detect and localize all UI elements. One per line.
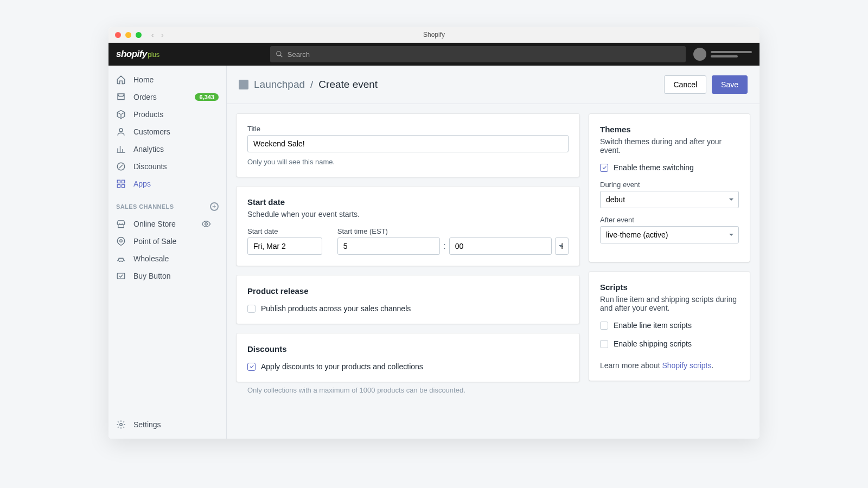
- after-event-label: After event: [600, 216, 739, 224]
- title-input[interactable]: [247, 135, 569, 152]
- svg-point-8: [205, 223, 208, 226]
- analytics-icon: [116, 144, 126, 154]
- sidebar-item-apps[interactable]: Apps: [108, 175, 226, 192]
- time-separator: :: [443, 241, 445, 251]
- start-minute-input[interactable]: [449, 237, 552, 255]
- enable-shipping-scripts-label: Enable shipping scripts: [614, 339, 692, 348]
- publish-products-checkbox[interactable]: [247, 305, 256, 313]
- discounts-card: Discounts Apply discounts to your produc…: [237, 333, 579, 382]
- main-content: Launchpad / Create event Cancel Save Tit…: [227, 66, 760, 439]
- enable-shipping-scripts-checkbox[interactable]: [600, 340, 608, 348]
- product-release-card: Product release Publish products across …: [237, 275, 579, 324]
- save-button[interactable]: Save: [712, 75, 748, 94]
- sidebar-item-settings[interactable]: Settings: [108, 416, 226, 433]
- orders-badge: 6,343: [195, 93, 219, 101]
- sidebar-item-label: Online Store: [133, 220, 176, 228]
- svg-rect-5: [122, 180, 125, 183]
- scripts-learn-more: Learn more about Shopify scripts.: [600, 361, 739, 370]
- start-hour-input[interactable]: [337, 237, 440, 255]
- sidebar-item-label: Wholesale: [133, 254, 169, 263]
- sidebar-item-label: Orders: [133, 93, 157, 101]
- start-time-label: Start time (EST): [337, 227, 569, 235]
- enable-line-item-scripts-checkbox[interactable]: [600, 322, 608, 330]
- orders-icon: [116, 92, 126, 102]
- sidebar-channel-pos[interactable]: Point of Sale: [108, 233, 226, 250]
- apps-icon: [116, 179, 126, 189]
- wholesale-icon: [116, 254, 126, 264]
- pos-icon: [116, 236, 126, 246]
- apply-discounts-checkbox[interactable]: [247, 363, 256, 371]
- sidebar-item-label: Point of Sale: [133, 237, 176, 246]
- page-header: Launchpad / Create event Cancel Save: [227, 66, 760, 104]
- sidebar-item-customers[interactable]: Customers: [108, 123, 226, 140]
- buy-button-icon: [116, 271, 126, 281]
- enable-theme-switching-label: Enable theme switching: [614, 163, 694, 172]
- enable-theme-switching-checkbox[interactable]: [600, 164, 608, 172]
- traffic-lights: [115, 32, 142, 38]
- during-event-label: During event: [600, 181, 739, 189]
- sidebar-item-discounts[interactable]: Discounts: [108, 158, 226, 175]
- avatar: [693, 48, 706, 61]
- svg-rect-4: [117, 180, 120, 183]
- add-channel-icon[interactable]: +: [210, 202, 219, 211]
- ampm-select[interactable]: [555, 237, 569, 255]
- svg-line-1: [280, 55, 283, 57]
- sidebar-channel-wholesale[interactable]: Wholesale: [108, 250, 226, 267]
- discounts-icon: [116, 162, 126, 171]
- shopify-scripts-link[interactable]: Shopify scripts: [662, 361, 711, 370]
- svg-rect-10: [117, 273, 125, 279]
- start-date-input[interactable]: [247, 237, 322, 255]
- discounts-note: Only collections with a maximum of 1000 …: [237, 386, 579, 394]
- svg-point-0: [277, 52, 281, 56]
- eye-icon[interactable]: [201, 219, 211, 229]
- title-help: Only you will see this name.: [247, 158, 569, 166]
- svg-point-9: [120, 240, 123, 242]
- sidebar-item-products[interactable]: Products: [108, 106, 226, 123]
- themes-heading: Themes: [600, 125, 739, 134]
- close-window-icon[interactable]: [115, 32, 121, 38]
- sidebar-item-orders[interactable]: Orders 6,343: [108, 88, 226, 106]
- launchpad-icon: [239, 80, 248, 89]
- svg-rect-7: [122, 185, 125, 188]
- minimize-window-icon[interactable]: [125, 32, 131, 38]
- scripts-card: Scripts Run line item and shipping scrip…: [589, 272, 750, 381]
- account-menu[interactable]: [693, 48, 752, 61]
- nav-arrows: ‹ ›: [151, 31, 164, 39]
- topbar: shopifyplus Search: [108, 43, 760, 66]
- sidebar-item-analytics[interactable]: Analytics: [108, 140, 226, 158]
- sidebar-item-label: Buy Button: [133, 272, 171, 280]
- sidebar-channel-online-store[interactable]: Online Store: [108, 215, 226, 233]
- during-event-select[interactable]: [600, 191, 739, 208]
- account-name-placeholder: [711, 51, 752, 57]
- breadcrumb-parent[interactable]: Launchpad: [254, 79, 305, 91]
- search-input[interactable]: Search: [270, 46, 686, 62]
- discounts-heading: Discounts: [247, 344, 569, 354]
- svg-rect-6: [117, 185, 120, 188]
- search-icon: [276, 50, 283, 58]
- after-event-select[interactable]: [600, 226, 739, 243]
- window-title: Shopify: [423, 31, 445, 38]
- forward-icon[interactable]: ›: [161, 31, 163, 39]
- themes-sub: Switch themes during and after your even…: [600, 137, 739, 155]
- sidebar-item-label: Settings: [133, 420, 161, 429]
- cancel-button[interactable]: Cancel: [664, 75, 706, 94]
- svg-point-11: [120, 423, 123, 426]
- start-date-heading: Start date: [247, 197, 569, 207]
- sidebar-item-label: Apps: [133, 179, 151, 188]
- sidebar-item-label: Analytics: [133, 145, 164, 153]
- start-date-sub: Schedule when your event starts.: [247, 210, 569, 219]
- titlebar: ‹ › Shopify: [108, 27, 760, 43]
- sidebar-item-label: Products: [133, 110, 163, 119]
- enable-line-item-scripts-label: Enable line item scripts: [614, 321, 692, 330]
- sidebar-channel-buy-button[interactable]: Buy Button: [108, 267, 226, 285]
- maximize-window-icon[interactable]: [136, 32, 142, 38]
- publish-products-label: Publish products across your sales chann…: [261, 304, 411, 313]
- back-icon[interactable]: ‹: [151, 31, 154, 39]
- sidebar-item-label: Discounts: [133, 162, 167, 171]
- gear-icon: [116, 420, 126, 429]
- customers-icon: [116, 127, 126, 137]
- product-release-heading: Product release: [247, 286, 569, 296]
- start-date-card: Start date Schedule when your event star…: [237, 187, 579, 266]
- logo[interactable]: shopifyplus: [116, 49, 159, 60]
- sidebar-item-home[interactable]: Home: [108, 71, 226, 88]
